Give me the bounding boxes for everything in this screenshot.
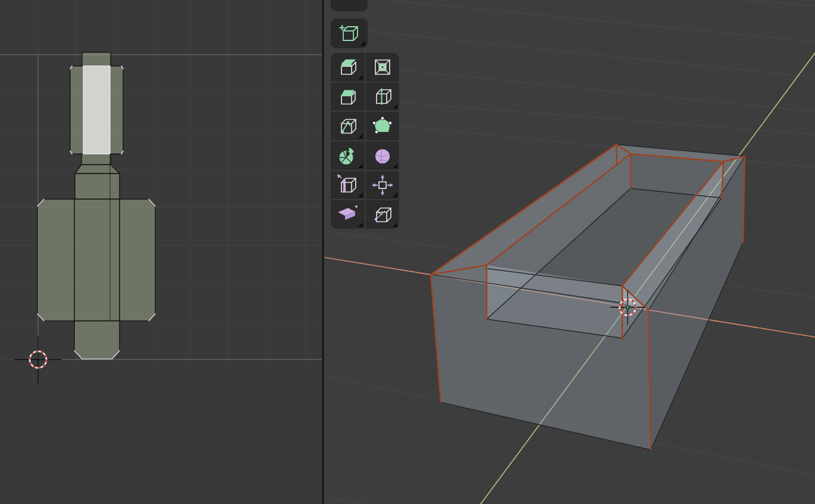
tool-measure-button[interactable] bbox=[331, 0, 368, 11]
shrink-fatten-icon bbox=[371, 174, 394, 196]
spin-icon bbox=[336, 145, 359, 166]
uv-editor-canvas bbox=[0, 0, 322, 504]
rip-region-icon bbox=[371, 204, 394, 225]
add-cube-icon bbox=[337, 23, 361, 44]
submenu-corner-triangle bbox=[358, 134, 363, 138]
tool-spin-button[interactable] bbox=[331, 141, 365, 170]
submenu-corner-triangle bbox=[393, 104, 397, 109]
submenu-corner-triangle bbox=[360, 40, 365, 46]
submenu-corner-triangle bbox=[393, 163, 397, 168]
smooth-icon bbox=[371, 145, 394, 166]
3d-viewport[interactable] bbox=[324, 0, 815, 504]
tool-shrink-fatten-button[interactable] bbox=[366, 171, 400, 200]
tool-grid bbox=[331, 53, 399, 229]
tool-extrude-region-button[interactable] bbox=[331, 53, 365, 81]
submenu-corner-triangle bbox=[358, 222, 363, 227]
tool-rip-region-button[interactable] bbox=[366, 200, 400, 229]
submenu-corner-triangle bbox=[393, 193, 397, 197]
loop-cut-icon bbox=[371, 86, 394, 107]
tool-poly-build-button[interactable] bbox=[366, 112, 400, 140]
knife-icon bbox=[336, 115, 359, 137]
submenu-corner-triangle bbox=[358, 75, 363, 80]
inset-faces-icon bbox=[371, 56, 394, 78]
blender-window bbox=[0, 0, 815, 504]
tool-inset-faces-button[interactable] bbox=[366, 53, 400, 81]
tool-bevel-button[interactable] bbox=[331, 83, 365, 111]
bevel-icon bbox=[336, 86, 359, 107]
tool-loop-cut-button[interactable] bbox=[366, 83, 400, 111]
edge-slide-icon bbox=[336, 174, 359, 196]
tool-knife-button[interactable] bbox=[331, 112, 365, 140]
submenu-corner-triangle bbox=[358, 163, 363, 168]
tool-edge-slide-button[interactable] bbox=[331, 171, 365, 200]
poly-build-icon bbox=[371, 115, 394, 137]
shear-icon bbox=[336, 204, 359, 225]
submenu-corner-triangle bbox=[393, 222, 397, 227]
extrude-region-icon bbox=[336, 56, 359, 78]
tool-smooth-button[interactable] bbox=[366, 141, 400, 170]
submenu-corner-triangle bbox=[358, 193, 363, 197]
measure-icon bbox=[337, 0, 361, 7]
uv-editor-viewport[interactable] bbox=[0, 0, 322, 504]
tool-add-cube-button[interactable] bbox=[331, 18, 368, 48]
tool-shear-button[interactable] bbox=[331, 200, 365, 229]
